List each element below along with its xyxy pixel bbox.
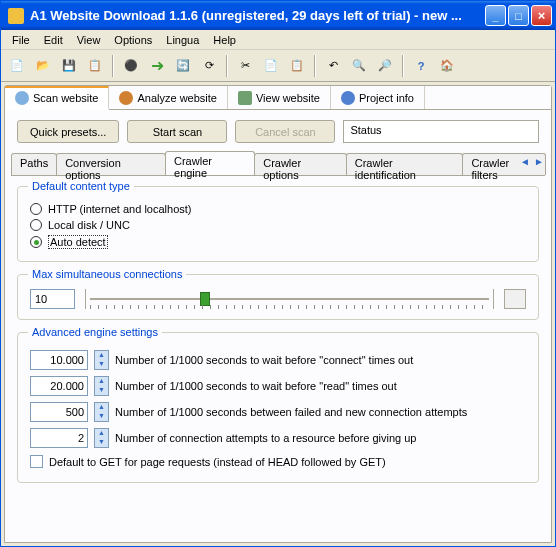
spin-down-icon[interactable]: ▼ <box>95 438 108 447</box>
tab-scan-website[interactable]: Scan website <box>5 86 109 110</box>
sub-tabstrip: Paths Conversion options Crawler engine … <box>5 153 551 175</box>
quick-presets-button[interactable]: Quick presets... <box>17 120 119 143</box>
separator <box>402 55 404 77</box>
titlebar[interactable]: A1 Website Download 1.1.6 (unregistered,… <box>1 1 555 30</box>
main-tabstrip: Scan website Analyze website View websit… <box>5 86 551 110</box>
spin-up-icon[interactable]: ▲ <box>95 403 108 412</box>
undo-icon[interactable]: ↶ <box>321 54 345 78</box>
crawler-engine-panel: Default content type HTTP (internet and … <box>11 175 545 536</box>
status-field: Status <box>343 120 539 143</box>
paste-icon[interactable]: 📋 <box>285 54 309 78</box>
search-icon <box>15 91 29 105</box>
advanced-engine-group: Advanced engine settings ▲▼ Number of 1/… <box>17 332 539 483</box>
spin-down-icon[interactable]: ▼ <box>95 386 108 395</box>
default-content-type-group: Default content type HTTP (internet and … <box>17 186 539 262</box>
cancel-scan-button: Cancel scan <box>235 120 335 143</box>
open-icon[interactable]: 📂 <box>31 54 55 78</box>
checkbox-label: Default to GET for page requests (instea… <box>49 456 386 468</box>
home-icon[interactable]: 🏠 <box>435 54 459 78</box>
tab-scroll-right-icon[interactable]: ► <box>533 156 545 170</box>
menu-edit[interactable]: Edit <box>37 32 70 48</box>
new-icon[interactable]: 📄 <box>5 54 29 78</box>
go-icon[interactable]: ➜ <box>145 54 169 78</box>
spinner-buttons[interactable]: ▲▼ <box>94 376 109 396</box>
tab-analyze-website[interactable]: Analyze website <box>109 86 228 109</box>
radio-local-disk[interactable]: Local disk / UNC <box>30 217 526 233</box>
tab-project-info[interactable]: Project info <box>331 86 425 109</box>
saveas-icon[interactable]: 📋 <box>83 54 107 78</box>
tab-label: Analyze website <box>137 92 217 104</box>
spin-down-icon[interactable]: ▼ <box>95 412 108 421</box>
group-title: Default content type <box>28 180 134 192</box>
group-title: Max simultaneous connections <box>28 268 186 280</box>
group-title: Advanced engine settings <box>28 326 162 338</box>
menu-file[interactable]: File <box>5 32 37 48</box>
tab-label: Project info <box>359 92 414 104</box>
spin-down-icon[interactable]: ▼ <box>95 360 108 369</box>
max-connections-group: Max simultaneous connections <box>17 274 539 320</box>
start-scan-button[interactable]: Start scan <box>127 120 227 143</box>
view-icon <box>238 91 252 105</box>
field-label: Number of 1/1000 seconds between failed … <box>115 406 467 418</box>
spinner-buttons[interactable]: ▲▼ <box>94 428 109 448</box>
save-icon[interactable]: 💾 <box>57 54 81 78</box>
cut-icon[interactable]: ✂ <box>233 54 257 78</box>
radio-icon <box>30 203 42 215</box>
close-button[interactable]: × <box>531 5 552 26</box>
menu-options[interactable]: Options <box>107 32 159 48</box>
stop-icon[interactable]: ⟳ <box>197 54 221 78</box>
refresh-icon[interactable]: 🔄 <box>171 54 195 78</box>
spin-up-icon[interactable]: ▲ <box>95 377 108 386</box>
tab-label: Scan website <box>33 92 98 104</box>
separator <box>226 55 228 77</box>
read-timeout-input[interactable] <box>30 376 88 396</box>
tab-label: View website <box>256 92 320 104</box>
subtab-crawler-options[interactable]: Crawler options <box>254 153 347 175</box>
tab-scroll-left-icon[interactable]: ◄ <box>519 156 531 170</box>
menubar: File Edit View Options Lingua Help <box>1 30 555 50</box>
findnext-icon[interactable]: 🔎 <box>373 54 397 78</box>
find-icon[interactable]: 🔍 <box>347 54 371 78</box>
separator <box>112 55 114 77</box>
retry-attempts-input[interactable] <box>30 428 88 448</box>
retry-delay-input[interactable] <box>30 402 88 422</box>
spinner-buttons[interactable]: ▲▼ <box>94 402 109 422</box>
slider-end-icon[interactable] <box>504 289 526 309</box>
menu-help[interactable]: Help <box>206 32 243 48</box>
subtab-paths[interactable]: Paths <box>11 153 57 175</box>
slider-thumb[interactable] <box>200 292 210 306</box>
max-connections-input[interactable] <box>30 289 75 309</box>
spinner-buttons[interactable]: ▲▼ <box>94 350 109 370</box>
connect-timeout-input[interactable] <box>30 350 88 370</box>
subtab-conversion-options[interactable]: Conversion options <box>56 153 166 175</box>
slider-track <box>90 298 489 300</box>
radio-http[interactable]: HTTP (internet and localhost) <box>30 201 526 217</box>
separator <box>314 55 316 77</box>
toolbar: 📄 📂 💾 📋 ⚫ ➜ 🔄 ⟳ ✂ 📄 📋 ↶ 🔍 🔎 ? 🏠 <box>1 50 555 82</box>
menu-view[interactable]: View <box>70 32 108 48</box>
tab-view-website[interactable]: View website <box>228 86 331 109</box>
field-label: Number of 1/1000 seconds to wait before … <box>115 380 397 392</box>
record-icon[interactable]: ⚫ <box>119 54 143 78</box>
spin-up-icon[interactable]: ▲ <box>95 429 108 438</box>
analyze-icon <box>119 91 133 105</box>
radio-icon <box>30 236 42 248</box>
radio-icon <box>30 219 42 231</box>
info-icon <box>341 91 355 105</box>
copy-icon[interactable]: 📄 <box>259 54 283 78</box>
app-icon <box>8 8 24 24</box>
max-connections-slider[interactable] <box>85 289 494 309</box>
radio-label: Local disk / UNC <box>48 219 130 231</box>
subtab-crawler-identification[interactable]: Crawler identification <box>346 153 464 175</box>
minimize-button[interactable]: _ <box>485 5 506 26</box>
maximize-button[interactable]: □ <box>508 5 529 26</box>
window-title: A1 Website Download 1.1.6 (unregistered,… <box>28 8 483 23</box>
radio-label: Auto detect <box>48 235 108 249</box>
default-get-checkbox[interactable] <box>30 455 43 468</box>
help-icon[interactable]: ? <box>409 54 433 78</box>
subtab-crawler-engine[interactable]: Crawler engine <box>165 151 255 175</box>
menu-lingua[interactable]: Lingua <box>159 32 206 48</box>
radio-label: HTTP (internet and localhost) <box>48 203 191 215</box>
spin-up-icon[interactable]: ▲ <box>95 351 108 360</box>
radio-auto-detect[interactable]: Auto detect <box>30 233 526 251</box>
